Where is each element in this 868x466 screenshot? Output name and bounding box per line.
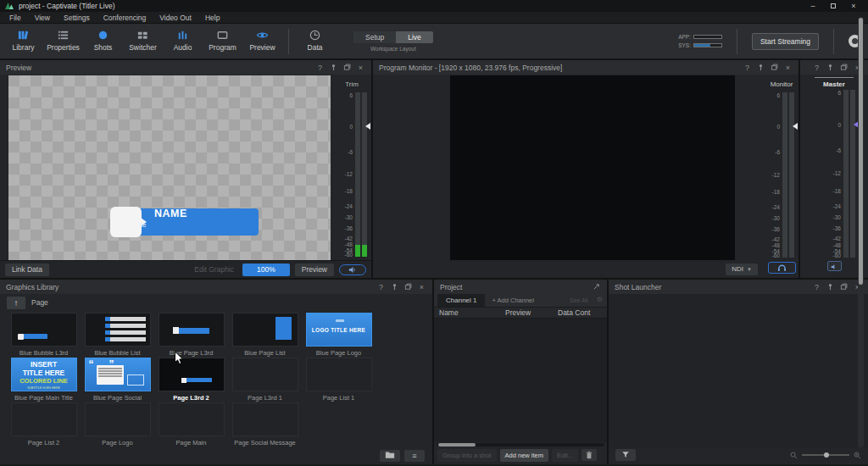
zoom-level-button[interactable]: 100% <box>242 264 290 276</box>
graphics-item[interactable]: INSERTTITLE HERECOLORED LINESUBTITLE GOE… <box>7 358 81 402</box>
shot-launcher-area[interactable] <box>609 294 868 447</box>
folder-up-button[interactable]: ↑ <box>7 297 25 309</box>
workspace-live-button[interactable]: Live <box>396 31 433 43</box>
minimize-icon[interactable]: – <box>803 0 823 12</box>
menu-conferencing[interactable]: Conferencing <box>97 14 153 22</box>
graphics-thumbnail[interactable] <box>11 402 77 436</box>
preview-canvas[interactable]: NAME tle <box>0 75 332 260</box>
expand-icon[interactable] <box>592 282 601 291</box>
close-icon[interactable]: × <box>356 63 365 72</box>
add-channel-button[interactable]: + Add Channel <box>492 294 533 307</box>
pin-icon[interactable] <box>826 63 835 72</box>
help-icon[interactable]: ? <box>812 63 821 72</box>
master-meter[interactable]: 60-6-12-18-24-30-36-42-48-54-60 <box>800 90 858 258</box>
monitor-headphones-button[interactable] <box>768 262 796 274</box>
workspace-setup-button[interactable]: Setup <box>353 31 396 43</box>
graphics-thumbnail[interactable] <box>159 358 225 391</box>
graphics-item[interactable]: Blue Page Social <box>81 358 154 402</box>
see-all-button[interactable]: See All <box>570 294 588 307</box>
pin-icon[interactable] <box>329 63 338 72</box>
graphics-thumbnail[interactable] <box>232 313 298 347</box>
graphics-item[interactable]: LOGO TITLE HEREBlue Page Logo <box>302 313 376 358</box>
float-icon[interactable] <box>839 63 849 72</box>
graphics-thumbnail[interactable]: INSERTTITLE HERECOLORED LINESUBTITLE GOE… <box>11 358 77 391</box>
project-item-list[interactable] <box>434 319 607 442</box>
program-video-canvas[interactable] <box>450 75 735 260</box>
column-header-name[interactable]: Name <box>439 308 505 317</box>
help-icon[interactable]: ? <box>376 282 386 291</box>
add-new-item-button[interactable]: Add new item <box>500 449 548 462</box>
filter-button[interactable] <box>615 449 636 461</box>
graphics-item[interactable]: Page L3rd 2 <box>154 358 228 402</box>
close-icon[interactable]: × <box>843 0 864 12</box>
tool-data[interactable]: Data <box>295 29 335 54</box>
graphics-thumbnail[interactable] <box>232 358 298 391</box>
column-header-data-control[interactable]: Data Cont <box>558 308 602 317</box>
pin-icon[interactable] <box>756 63 765 72</box>
graphics-item[interactable]: Blue Page L3rd <box>154 313 228 358</box>
maximize-icon[interactable] <box>823 0 843 12</box>
tool-switcher[interactable]: Switcher <box>123 29 163 54</box>
help-icon[interactable]: ? <box>315 63 325 72</box>
tool-audio[interactable]: Audio <box>163 29 203 54</box>
project-hscrollbar[interactable] <box>437 443 604 447</box>
graphics-item[interactable]: Page Social Message <box>228 402 302 447</box>
link-data-button[interactable]: Link Data <box>5 264 49 276</box>
menu-settings[interactable]: Settings <box>57 14 97 22</box>
menu-help[interactable]: Help <box>198 14 226 22</box>
master-mute-button[interactable] <box>827 261 842 271</box>
graphics-item[interactable]: Page Logo <box>81 402 154 447</box>
float-icon[interactable] <box>342 63 352 72</box>
help-icon[interactable]: ? <box>743 63 752 72</box>
trim-meter[interactable]: 60-6-12-18-24-30-36-42-48-54-60 <box>332 92 370 257</box>
zoom-in-icon[interactable] <box>854 447 861 463</box>
tool-program[interactable]: Program <box>203 29 242 54</box>
zoom-slider-handle[interactable] <box>824 452 829 458</box>
new-folder-button[interactable] <box>380 450 400 462</box>
graphics-thumbnail[interactable] <box>159 313 225 347</box>
fader-handle[interactable] <box>365 123 370 130</box>
gear-icon[interactable]: ⚙ <box>595 294 607 307</box>
graphics-thumbnail[interactable] <box>306 358 372 391</box>
graphics-item[interactable]: Page List 2 <box>7 402 81 447</box>
monitor-meter[interactable]: 60-6-12-18-24-30-36-42-48-54-60 <box>765 92 797 258</box>
close-icon[interactable]: × <box>417 282 426 291</box>
graphics-item[interactable]: Blue Bubble L3rd <box>7 313 81 358</box>
start-streaming-button[interactable]: Start Streaming <box>752 33 819 50</box>
output-select-dropdown[interactable]: NDI ▼ <box>726 264 758 275</box>
edit-button[interactable]: Edit... <box>552 449 578 462</box>
graphics-thumbnail[interactable] <box>85 402 151 436</box>
column-header-preview[interactable]: Preview <box>505 308 558 317</box>
group-into-shot-button[interactable]: Group into a shot <box>437 449 497 462</box>
zoom-out-icon[interactable] <box>790 447 798 463</box>
menu-file[interactable]: File <box>3 14 28 22</box>
graphics-item[interactable]: Blue Page List <box>228 313 302 358</box>
close-icon[interactable]: × <box>783 63 793 72</box>
tool-properties[interactable]: Properties <box>43 29 83 54</box>
graphics-thumbnail[interactable] <box>11 313 77 347</box>
tool-library[interactable]: Library <box>3 29 43 54</box>
graphics-thumbnail[interactable] <box>85 313 151 347</box>
graphics-thumbnail[interactable] <box>232 402 298 436</box>
zoom-slider[interactable] <box>802 454 849 456</box>
pin-icon[interactable] <box>826 282 835 291</box>
menu-video-out[interactable]: Video Out <box>153 14 198 22</box>
pin-icon[interactable] <box>390 282 399 291</box>
lower-third-graphic[interactable]: NAME tle <box>110 205 261 239</box>
tab-channel-1[interactable]: Channel 1 <box>437 294 485 307</box>
tool-preview[interactable]: Preview <box>242 29 282 54</box>
float-icon[interactable] <box>770 63 779 72</box>
list-view-button[interactable]: ≡ <box>404 450 425 462</box>
preview-mute-button[interactable] <box>339 264 366 275</box>
menu-view[interactable]: View <box>28 14 57 22</box>
graphics-thumbnail[interactable] <box>85 358 151 391</box>
edit-graphic-button[interactable]: Edit Graphic <box>191 264 237 276</box>
help-icon[interactable]: ? <box>812 282 821 291</box>
graphics-item[interactable]: Blue Bubble List <box>81 313 154 358</box>
graphics-thumbnail[interactable] <box>159 402 225 436</box>
graphics-scrollbar[interactable] <box>858 17 864 447</box>
fader-handle[interactable] <box>793 123 798 130</box>
float-icon[interactable] <box>839 282 849 291</box>
graphics-item[interactable]: Page Main <box>154 402 228 447</box>
delete-button[interactable] <box>581 449 597 461</box>
